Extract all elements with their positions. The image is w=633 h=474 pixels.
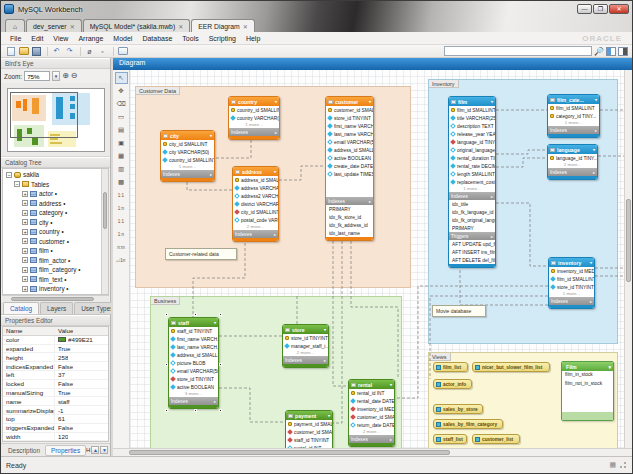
view-sales-by-store[interactable]: sales_by_store — [433, 404, 483, 414]
table-language[interactable]: language▾language_id TINY...2 more...Ind… — [547, 144, 598, 180]
section-indexes[interactable]: Indexes▸ — [449, 192, 495, 200]
table-staff[interactable]: staff▾staff_id TINYINTfirst_name VARCH..… — [168, 317, 219, 409]
collapse-icon[interactable]: ▾ — [210, 133, 212, 138]
view-staff-list[interactable]: staff_list — [433, 434, 467, 444]
minimap-viewport[interactable] — [10, 92, 78, 138]
property-row-expanded[interactable]: expandedTrue — [3, 345, 108, 354]
table-city[interactable]: city▾city_id SMALLINTcity VARCHAR(50)cou… — [160, 130, 215, 182]
property-row-left[interactable]: left37 — [3, 371, 108, 380]
view-film-list[interactable]: film_list — [433, 362, 468, 372]
tree-item-category[interactable]: +category • — [3, 208, 101, 218]
home-tab[interactable]: ⌂ — [5, 19, 25, 32]
property-row-triggersexpanded[interactable]: triggersExpandedFalse — [3, 424, 108, 433]
tree-expand-icon[interactable]: + — [22, 210, 28, 216]
menu-help[interactable]: Help — [241, 34, 265, 43]
collapse-icon[interactable]: ▾ — [275, 99, 277, 104]
field-address[interactable]: address VARCHAR(50) — [233, 184, 278, 192]
menu-model[interactable]: Model — [108, 34, 137, 43]
table-customer[interactable]: customer▾customer_id SMALLI...store_id T… — [325, 96, 374, 241]
minimize-button[interactable]: — — [577, 4, 592, 14]
note-tool[interactable]: ▤ — [115, 124, 128, 136]
table-header[interactable]: staff▾ — [169, 318, 218, 327]
field-rental-id[interactable]: rental_id INT — [286, 444, 332, 448]
field-rental-date[interactable]: rental_date DATE... — [349, 397, 394, 405]
field-return-date[interactable]: return_date DATE... — [349, 421, 394, 429]
eraser-tool[interactable]: ⌫ — [115, 98, 128, 110]
tab-mysql-model-sakila-mwb[interactable]: MySQL Model* (sakila.mwb)✕ — [83, 19, 191, 32]
table-country[interactable]: country▾country_id SMALLINTcountry VARCH… — [228, 96, 280, 140]
field-active[interactable]: active BOOLEAN — [169, 383, 218, 391]
routine-film-not-in-stock[interactable]: film_not_in_stock — [562, 380, 613, 389]
routine-group-tool[interactable]: ▩ — [115, 176, 128, 188]
collapse-icon[interactable]: ▾ — [593, 147, 595, 152]
tree-expand-icon[interactable]: + — [22, 229, 28, 235]
section-row[interactable]: PRIMARY — [326, 205, 373, 213]
note-customer-related-data[interactable]: Customer-related data — [165, 248, 237, 260]
tree-expand-icon[interactable]: − — [14, 181, 20, 187]
zoom-dropdown-icon[interactable]: ▾ — [52, 71, 60, 81]
view-nicer-but-slower-film-list[interactable]: nicer_but_slower_film_list — [472, 362, 550, 372]
tree-expand-icon[interactable]: + — [22, 276, 28, 282]
field-address2[interactable]: address2 VARCHA... — [233, 192, 278, 200]
field-country-id[interactable]: country_id SMALLINT — [229, 106, 279, 114]
catalog-tree-hscrollbar[interactable] — [2, 295, 109, 302]
field-customer-id[interactable]: customer_id SMAL... — [286, 428, 332, 436]
field-city[interactable]: city VARCHAR(50) — [161, 148, 214, 156]
table-store[interactable]: store▾store_id TINYINTmanager_staff_i...… — [282, 324, 329, 368]
table-header[interactable]: store▾ — [283, 325, 328, 334]
menu-arrange[interactable]: Arrange — [73, 34, 108, 43]
field-picture[interactable]: picture BLOB — [169, 359, 218, 367]
collapse-icon[interactable]: ▾ — [491, 99, 493, 104]
rel-1-1-id-tool[interactable]: 1:1 — [115, 215, 128, 227]
selection-handle[interactable] — [165, 313, 168, 316]
table-film[interactable]: film▾film_id SMALLINTtitle VARCHAR(255)d… — [448, 96, 496, 268]
zoom-value-box[interactable]: 75% — [24, 71, 50, 81]
field-last-name[interactable]: last_name VARCHA... — [326, 130, 373, 138]
field-title[interactable]: title VARCHAR(255) — [449, 114, 495, 122]
field-film-id[interactable]: film_id SMALLINT — [548, 104, 599, 112]
field-inventory-id[interactable]: inventory_id MEDI... — [349, 405, 394, 413]
field-first-name[interactable]: first_name VARCHA... — [326, 122, 373, 130]
menu-database[interactable]: Database — [137, 34, 177, 43]
field-staff-id[interactable]: staff_id TINYINT — [286, 436, 332, 444]
section-collapse-icon[interactable]: ▸ — [214, 399, 216, 404]
tree-expand-icon[interactable]: + — [22, 286, 28, 292]
routine-group-film[interactable]: Film▾film_in_stockfilm_not_in_stock — [561, 361, 614, 421]
field-store-id[interactable]: store_id TINYINT — [549, 283, 594, 291]
section-row[interactable]: idx_fk_original_langua... — [449, 216, 495, 224]
tab-description[interactable]: Description — [3, 446, 45, 455]
tab-eer-diagram[interactable]: EER Diagram✕ — [191, 19, 255, 32]
collapse-icon[interactable]: ▾ — [214, 320, 216, 325]
section-collapse-icon[interactable]: ▸ — [595, 128, 597, 133]
field-manager-staff-i[interactable]: manager_staff_i... — [283, 342, 328, 350]
canvas-vscrollbar[interactable] — [624, 70, 632, 448]
collapse-icon[interactable]: ▾ — [328, 413, 330, 418]
resize-grip[interactable] — [619, 461, 627, 469]
tree-expand-icon[interactable]: + — [22, 248, 28, 254]
field-city-id[interactable]: city_id SMALLINT — [161, 140, 214, 148]
menu-scripting[interactable]: Scripting — [204, 34, 241, 43]
property-row-summarizedisplay[interactable]: summarizeDisplay-1 — [3, 406, 108, 415]
tree-item-film-text[interactable]: +film_text • — [3, 275, 101, 285]
rel-self-tool[interactable]: ⤾1n — [115, 254, 128, 266]
section-row[interactable]: AFT UPDATE upd_film — [449, 240, 495, 248]
property-row-indicesexpanded[interactable]: indicesExpandedFalse — [3, 362, 108, 371]
collapse-icon[interactable]: ▾ — [324, 327, 326, 332]
section-row[interactable]: idx_fk_language_id — [449, 208, 495, 216]
section-collapse-icon[interactable]: ▸ — [210, 172, 212, 177]
tree-expand-icon[interactable]: + — [22, 238, 28, 244]
field-rental-id[interactable]: rental_id INT — [349, 389, 394, 397]
field-description[interactable]: description TEXT — [449, 122, 495, 130]
note-movie-database[interactable]: Movie database — [432, 305, 486, 317]
collapse-icon[interactable]: ▾ — [590, 260, 592, 265]
tree-expand-icon[interactable]: + — [22, 219, 28, 225]
menu-view[interactable]: View — [48, 34, 73, 43]
field-address-id[interactable]: address_id SMALLINT — [233, 176, 278, 184]
search-icon[interactable]: 🔎 — [594, 47, 604, 56]
catalog-tree-vscrollbar[interactable] — [101, 169, 108, 294]
field-film-id[interactable]: film_id SMALLINT — [549, 275, 594, 283]
section-row[interactable]: AFT DELETE del_film — [449, 256, 495, 264]
tab-close-icon[interactable]: ✕ — [178, 23, 183, 30]
selection-handle[interactable] — [194, 313, 197, 316]
section-indexes[interactable]: Indexes▸ — [283, 356, 328, 364]
